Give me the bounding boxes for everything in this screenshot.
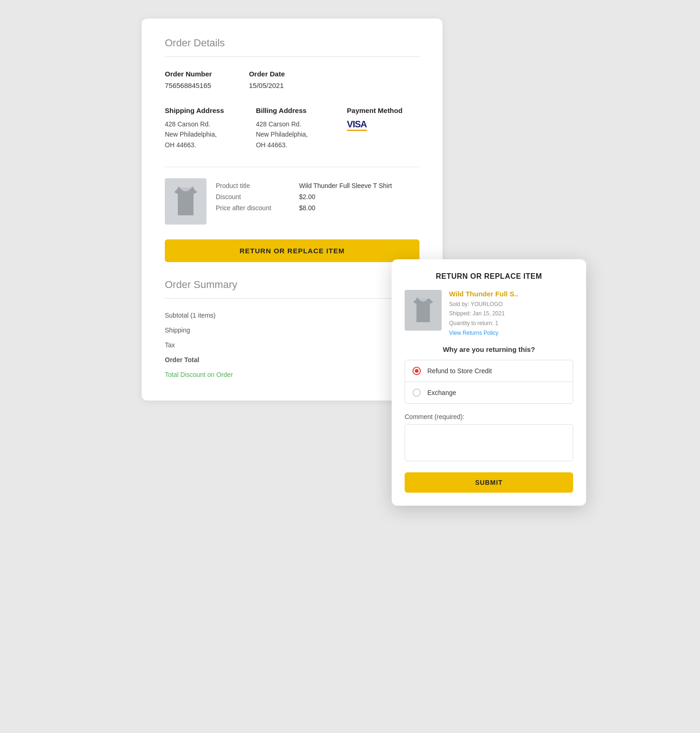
submit-button[interactable]: SUBMIT xyxy=(405,472,573,493)
shipped-date: Shipped: Jan 15, 2021 xyxy=(449,310,505,317)
visa-logo: VISA xyxy=(347,119,367,131)
shipping-address-group: Shipping Address 428 Carson Rd.New Phila… xyxy=(165,107,238,150)
product-title-row: Product title Wild Thunder Full Sleeve T… xyxy=(216,180,419,191)
order-total-row: Order Total $23.00 xyxy=(165,352,419,367)
address-section: Shipping Address 428 Carson Rd.New Phila… xyxy=(165,107,419,150)
order-summary-title: Order Summary xyxy=(165,279,419,291)
svg-point-0 xyxy=(177,186,180,189)
comment-label: Comment (required): xyxy=(405,413,573,420)
shipping-address-label: Shipping Address xyxy=(165,107,238,114)
order-date-label: Order Date xyxy=(249,70,285,78)
order-details-title: Order Details xyxy=(165,37,419,49)
order-date-group: Order Date 15/05/2021 xyxy=(249,70,285,90)
radio-options: Refund to Store Credit Exchange xyxy=(405,360,573,404)
modal-product-name: Wild Thunder Full S.. xyxy=(449,290,573,298)
product-price-value: $8.00 xyxy=(299,202,419,213)
option-exchange[interactable]: Exchange xyxy=(405,382,573,403)
tax-label: Tax xyxy=(165,338,362,352)
tax-row: Tax $1.30 xyxy=(165,338,419,352)
order-date-value: 15/05/2021 xyxy=(249,81,284,89)
modal-product-meta: Sold by: YOURLOGO Shipped: Jan 15, 2021 … xyxy=(449,300,573,328)
product-details-table: Product title Wild Thunder Full Sleeve T… xyxy=(216,180,419,213)
order-number-value: 756568845165 xyxy=(165,81,211,89)
visa-underline xyxy=(347,130,367,131)
order-number-label: Order Number xyxy=(165,70,212,78)
product-discount-row: Discount $2.00 xyxy=(216,191,419,202)
shipping-label: Shipping xyxy=(165,323,362,338)
quantity-to-return: Quantity to return: 1 xyxy=(449,320,498,326)
product-discount-value: $2.00 xyxy=(299,191,419,202)
payment-method-label: Payment Method xyxy=(347,107,419,114)
payment-method-group: Payment Method VISA xyxy=(347,107,419,150)
shipping-row: Shipping $0.00 xyxy=(165,323,419,338)
product-discount-key: Discount xyxy=(216,191,299,202)
divider-1 xyxy=(165,56,419,57)
billing-address-label: Billing Address xyxy=(256,107,329,114)
product-image xyxy=(165,178,206,225)
total-discount-label: Total Discount on Order xyxy=(165,367,362,382)
return-replace-button[interactable]: RETURN OR REPLACE ITEM xyxy=(165,239,419,262)
view-returns-policy-link[interactable]: View Returns Policy xyxy=(449,330,573,336)
svg-point-1 xyxy=(191,186,194,189)
modal-product-image xyxy=(405,290,442,331)
product-title-key: Product title xyxy=(216,180,299,191)
order-meta: Order Number 756568845165 Order Date 15/… xyxy=(165,70,419,90)
subtotal-row: Subtotal (1 items) $33.00 xyxy=(165,308,419,323)
summary-divider xyxy=(165,298,419,299)
product-details: Product title Wild Thunder Full Sleeve T… xyxy=(216,178,419,213)
radio-refund-circle xyxy=(412,367,421,375)
comment-textarea[interactable] xyxy=(405,424,573,461)
page-wrapper: Order Details Order Number 756568845165 … xyxy=(142,19,558,401)
modal-product-info: Wild Thunder Full S.. Sold by: YOURLOGO … xyxy=(449,290,573,336)
svg-point-2 xyxy=(416,297,419,300)
return-reason-question: Why are you returning this? xyxy=(405,345,573,353)
radio-exchange-circle xyxy=(412,388,421,397)
option-refund-label: Refund to Store Credit xyxy=(427,367,492,375)
order-number-group: Order Number 756568845165 xyxy=(165,70,212,90)
visa-text: VISA xyxy=(347,119,367,130)
sold-by: Sold by: YOURLOGO xyxy=(449,301,503,307)
product-price-key: Price after discount xyxy=(216,202,299,213)
product-title-value: Wild Thunder Full Sleeve T Shirt xyxy=(299,180,419,191)
return-modal: RETURN OR REPLACE ITEM Wild Thunder Full… xyxy=(392,259,586,506)
total-discount-row: Total Discount on Order $14.00 xyxy=(165,367,419,382)
option-exchange-label: Exchange xyxy=(427,389,456,396)
modal-title: RETURN OR REPLACE ITEM xyxy=(405,272,573,281)
product-price-row: Price after discount $8.00 xyxy=(216,202,419,213)
billing-address-value: 428 Carson Rd.New Philadelphia,OH 44663. xyxy=(256,119,329,150)
product-section: Product title Wild Thunder Full Sleeve T… xyxy=(165,167,419,225)
subtotal-label: Subtotal (1 items) xyxy=(165,308,362,323)
modal-product-row: Wild Thunder Full S.. Sold by: YOURLOGO … xyxy=(405,290,573,336)
summary-table: Subtotal (1 items) $33.00 Shipping $0.00… xyxy=(165,308,419,382)
billing-address-group: Billing Address 428 Carson Rd.New Philad… xyxy=(256,107,329,150)
option-refund[interactable]: Refund to Store Credit xyxy=(405,360,573,382)
order-total-label: Order Total xyxy=(165,352,362,367)
shipping-address-value: 428 Carson Rd.New Philadelphia,OH 44663. xyxy=(165,119,238,150)
